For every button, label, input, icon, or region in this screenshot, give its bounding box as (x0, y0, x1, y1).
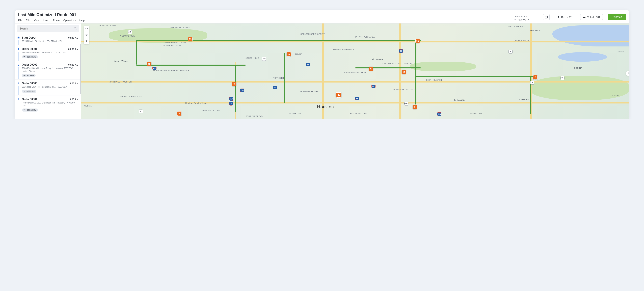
map-city-houston: Houston (317, 104, 334, 110)
map-stop-marker[interactable]: 13 (369, 66, 373, 71)
vehicle-button[interactable]: Vehicle 001 (580, 14, 603, 20)
highway-shield: 10 (229, 102, 233, 106)
map-stop-marker[interactable]: 1 (412, 105, 417, 109)
stop-type-badge: DELIVERY (22, 108, 38, 112)
menu-help[interactable]: Help (79, 19, 84, 22)
list-item[interactable]: Start Depot08:50 AM2915 N Main St, Houst… (15, 34, 81, 45)
highway-shield: 45 (306, 63, 310, 66)
list-item[interactable]: 4Order 0000410:25 AMHome Depot, 11820 Di… (15, 96, 81, 114)
stop-address: 7600 East Sam Houston Pkwy N, Houston, T… (22, 67, 78, 72)
map-neighborhood-label: NORTHEAST HOUSTON (394, 88, 416, 91)
svg-rect-7 (25, 75, 26, 76)
map-stop-marker[interactable]: 15 (416, 39, 420, 43)
driver-button[interactable]: Driver 001 (554, 14, 575, 20)
map-place-label: Jersey Village (114, 60, 128, 62)
map-stop-marker[interactable]: 9 (232, 82, 236, 86)
stop-name: Order 00003 (22, 82, 38, 85)
list-item[interactable]: 3Order 0000310:00 AM3815 Red Bluff Rd, P… (15, 80, 81, 96)
route-status-dropdown[interactable]: Route Status Planned ▼ (514, 15, 533, 22)
stop-number: 4 (18, 98, 19, 101)
map-neighborhood-label: MAGNOLIA GARDENS (333, 48, 354, 50)
search-input-wrapper[interactable] (17, 25, 79, 32)
map-neighborhood-label: SPRING BRANCH WEST (120, 95, 142, 98)
svg-rect-10 (24, 110, 25, 110)
map-neighborhood-label: FAIRBANKS / NORTHWEST CROSSING (152, 70, 189, 72)
menu-edit[interactable]: Edit (26, 19, 30, 22)
svg-rect-3 (24, 56, 25, 57)
map-neighborhood-label: EASTEX-JENSEN AREA (344, 71, 366, 74)
svg-point-4 (24, 57, 24, 58)
map-canvas[interactable]: Houston LAKEWOOD FORESTGREENWOOD FORESTW… (81, 24, 629, 119)
driver-label: Driver 001 (561, 16, 573, 18)
map-place-label: Cloverleaf (520, 98, 529, 101)
map-neighborhood-label: GREENWOOD FOREST (169, 26, 191, 28)
highway-shield: 610 (372, 85, 376, 88)
list-item[interactable]: 1Order 0000109:00 AM2802 N Wayside Dr, H… (15, 45, 81, 61)
menu-route[interactable]: Route (53, 19, 60, 22)
stop-number: 3 (18, 82, 19, 85)
stop-time: 09:00 AM (68, 48, 78, 50)
map-tools (84, 26, 90, 44)
map-neighborhood-label: Southwest Fwy (246, 115, 263, 118)
stop-name: Start Depot (22, 36, 36, 39)
svg-point-15 (86, 40, 87, 41)
stop-name: Order 00002 (22, 63, 38, 66)
svg-point-1 (558, 16, 559, 17)
map-neighborhood-label: NEWF (618, 50, 624, 52)
scrollbar[interactable] (80, 44, 81, 94)
highway-shield: 69 (399, 49, 403, 53)
svg-point-2 (74, 28, 76, 29)
stop-address: 3815 Red Bluff Rd, Pasadena, TX 77503, U… (22, 85, 78, 88)
menu-insert[interactable]: Insert (43, 19, 49, 22)
collapse-panel-button[interactable] (626, 71, 629, 76)
map-stop-marker[interactable]: 12 (286, 52, 291, 56)
chevron-left-icon (627, 72, 629, 74)
map-depot-marker[interactable] (336, 92, 341, 98)
map-stop-marker[interactable]: 11 (188, 37, 192, 41)
highway-shield: 610 (437, 112, 441, 116)
route-editor-window: Last Mile Optimized Route 001 File Edit … (15, 10, 629, 119)
highway-shield: 290 (152, 66, 156, 70)
person-icon (557, 16, 560, 18)
map-neighborhood-label: EAGLE SPRINGS (508, 25, 524, 28)
map-stop-marker[interactable]: 2 (533, 75, 538, 80)
calendar-button[interactable] (543, 14, 550, 20)
menu-view[interactable]: View (34, 19, 39, 22)
fullscreen-button[interactable] (84, 27, 89, 32)
stop-address: 2802 N Wayside Dr, Houston, TX 77020, US… (22, 51, 78, 54)
stop-name: Order 00004 (22, 98, 38, 101)
map-stop-marker[interactable]: 14 (402, 70, 406, 74)
page-title: Last Mile Optimized Route 001 (18, 12, 84, 17)
divider (538, 14, 538, 20)
highway-shield: 290 (240, 88, 244, 92)
highway-shield: 249 (128, 30, 132, 34)
vehicle-label: Vehicle 001 (587, 16, 600, 18)
locate-button[interactable] (84, 38, 89, 43)
svg-point-5 (25, 57, 25, 58)
stop-time: 09:30 AM (68, 64, 78, 66)
map-stop-marker[interactable]: 10 (147, 62, 152, 66)
header: Last Mile Optimized Route 001 File Edit … (15, 10, 629, 24)
svg-rect-0 (545, 16, 548, 18)
search-input[interactable] (20, 27, 74, 30)
list-item[interactable]: 2Order 0000209:30 AM7600 East Sam Housto… (15, 61, 81, 80)
map-neighborhood-label: GREATER UPTOWN (202, 110, 220, 112)
chevron-down-icon: ▼ (528, 18, 530, 20)
home-icon (337, 94, 340, 96)
map-neighborhood-label: ACRES HOME (246, 57, 259, 59)
stop-name: Order 00001 (22, 48, 38, 51)
map-neighborhood-label: WILLOWBROOK (120, 35, 135, 37)
map-neighborhood-label: EAST LITTLE YORK / HOMESTEAD (382, 63, 415, 65)
settings-button[interactable] (84, 32, 89, 38)
map-place-label: Jacinto City (454, 99, 465, 102)
map-stop-marker[interactable]: 8 (177, 111, 182, 116)
gear-icon (85, 34, 88, 36)
stop-type-badge: DELIVERY (22, 55, 38, 58)
map-neighborhood-label: EAST DOWNTOWN (350, 112, 368, 114)
dispatch-button[interactable]: Dispatch (608, 14, 626, 20)
highway-shield: 8 (530, 81, 534, 84)
map-neighborhood-label: NORTH HOUSTON (164, 44, 181, 47)
menu-operations[interactable]: Operations (64, 19, 76, 22)
stops-list[interactable]: Start Depot08:50 AM2915 N Main St, Houst… (15, 34, 81, 119)
menu-file[interactable]: File (18, 19, 22, 22)
